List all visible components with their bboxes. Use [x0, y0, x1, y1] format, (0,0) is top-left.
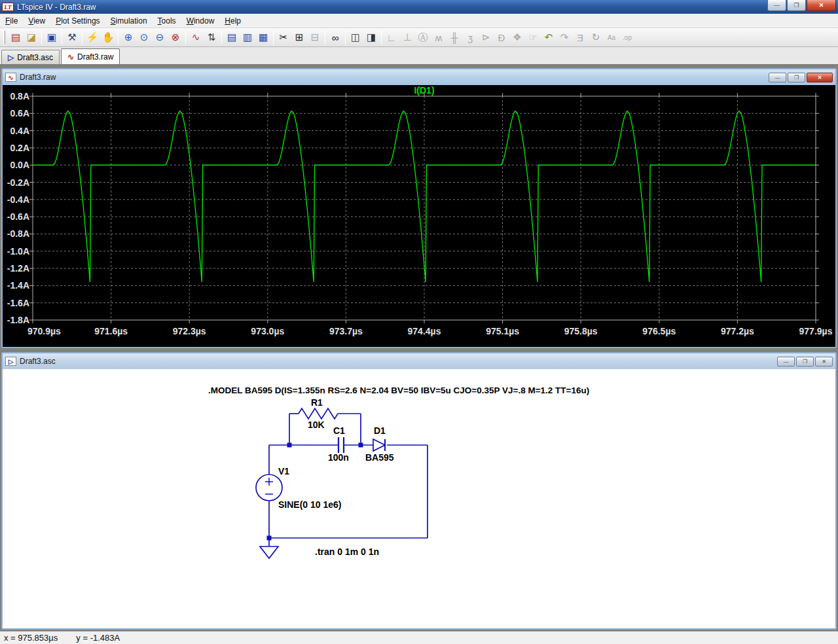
- diode-D1[interactable]: [373, 439, 385, 451]
- text-icon: Aa: [604, 30, 619, 45]
- menu-plot-settings[interactable]: Plot Settings: [50, 14, 105, 27]
- wire-junction[interactable]: [359, 443, 363, 448]
- zoom-back-icon[interactable]: ⊙: [136, 30, 152, 45]
- new-schematic-icon[interactable]: ▤: [8, 30, 24, 45]
- open-icon[interactable]: ◪: [24, 30, 39, 45]
- waveform-plot[interactable]: 0.8A0.6A0.4A0.2A0.0A-0.2A-0.4A-0.6A-0.8A…: [3, 85, 835, 347]
- autorange-y-axis-icon[interactable]: ⇅: [204, 30, 219, 45]
- arrange-windows-icon[interactable]: ▦: [255, 30, 271, 45]
- toolbar-separator: [41, 31, 42, 45]
- schematic-window: ▷ Draft3.asc — ❐ ✕ .MODEL BA595 D(IS=1.3…: [1, 352, 837, 630]
- wire-junction[interactable]: [287, 443, 292, 448]
- menu-bar: FileViewPlot SettingsSimulationToolsWind…: [0, 14, 838, 28]
- component-ref-D1: D1: [374, 425, 386, 436]
- redo-icon: ↷: [556, 30, 572, 45]
- tile-windows-icon[interactable]: ▤: [224, 30, 240, 45]
- copy-icon[interactable]: ⊞: [291, 30, 307, 45]
- waveform-window: ∿ Draft3.raw — ❐ ✕ 0.8A0.6A0.4A0.2A0.0A-…: [1, 68, 837, 348]
- cut-icon[interactable]: ✂: [276, 30, 291, 45]
- component-ref-V1: V1: [278, 466, 289, 476]
- menu-tools[interactable]: Tools: [153, 14, 181, 27]
- waveform-close-button[interactable]: ✕: [807, 73, 833, 82]
- component-value-V1: SINE(0 10 1e6): [278, 499, 342, 510]
- plot-settings-icon[interactable]: ∿: [188, 30, 204, 45]
- y-axis-tick-label: 0.0A: [10, 160, 29, 170]
- component-ref-C1: C1: [333, 425, 345, 436]
- print-icon[interactable]: ◨: [363, 30, 379, 45]
- schematic-canvas[interactable]: .MODEL BA595 D(IS=1.355n RS=2.6 N=2.04 B…: [3, 369, 835, 628]
- y-axis-tick-label: -0.4A: [7, 194, 29, 205]
- main-titlebar[interactable]: LT LTspice IV - Draft3.raw — ❐ ✕: [0, 0, 838, 14]
- schematic-window-title: Draft3.asc: [20, 357, 776, 366]
- model-directive-text: .MODEL BA595 D(IS=1.355n RS=2.6 N=2.04 B…: [208, 385, 589, 395]
- toolbar-grip: [3, 31, 5, 44]
- wire-junction[interactable]: [267, 536, 272, 541]
- toolbar-separator: [62, 31, 62, 45]
- x-axis-tick-label: 970.9µs: [27, 326, 61, 336]
- component-value-D1: BA595: [365, 452, 394, 463]
- y-axis-tick-label: -0.6A: [7, 211, 29, 222]
- waveform-file-icon: ∿: [67, 52, 74, 62]
- waveform-minimize-button[interactable]: —: [769, 73, 786, 82]
- resistor-icon: ʍ: [431, 30, 446, 45]
- tab-draft3-asc[interactable]: ▷Draft3.asc: [1, 50, 60, 64]
- trace-label[interactable]: I(D1): [414, 85, 434, 96]
- x-axis-tick-label: 975.1µs: [486, 326, 519, 336]
- component-value-R1: 10K: [308, 420, 325, 430]
- component-icon: Ð: [494, 30, 509, 45]
- toolbar-separator: [325, 31, 325, 45]
- menu-file[interactable]: File: [0, 14, 23, 27]
- resistor-R1[interactable]: [299, 408, 338, 419]
- y-axis-tick-label: -1.6A: [7, 298, 29, 308]
- menu-window[interactable]: Window: [181, 14, 220, 27]
- waveform-restore-button[interactable]: ❐: [788, 73, 805, 82]
- y-axis-tick-label: -0.2A: [7, 177, 29, 188]
- x-axis-tick-label: 977.2µs: [721, 326, 754, 336]
- x-axis-tick-label: 971.6µs: [94, 326, 128, 336]
- find-icon[interactable]: ∞: [327, 30, 343, 45]
- zoom-full-extents-icon[interactable]: ⊗: [168, 30, 183, 45]
- save-icon[interactable]: ▣: [44, 30, 60, 45]
- tab-draft3-raw[interactable]: ∿Draft3.raw: [61, 48, 120, 64]
- restore-button[interactable]: ❐: [787, 0, 806, 11]
- zoom-in-icon[interactable]: ⊕: [120, 30, 136, 45]
- y-axis-tick-label: 0.2A: [10, 143, 29, 153]
- toolbar-separator: [82, 31, 82, 45]
- ground-icon: ⊥: [399, 30, 415, 45]
- halt-icon: ✋: [100, 30, 116, 45]
- print-preview-icon[interactable]: ◫: [348, 30, 363, 45]
- x-axis-tick-label: 977.9µs: [799, 326, 833, 336]
- menu-view[interactable]: View: [23, 14, 50, 27]
- y-axis-tick-label: -0.8A: [7, 228, 29, 239]
- zoom-out-icon[interactable]: ⊖: [152, 30, 168, 45]
- menu-simulation[interactable]: Simulation: [105, 14, 153, 27]
- diode-icon: ⊳: [478, 30, 494, 45]
- waveform-window-titlebar[interactable]: ∿ Draft3.raw — ❐ ✕: [3, 69, 835, 85]
- schematic-minimize-button[interactable]: —: [777, 357, 795, 367]
- net-label-icon: Ⓐ: [415, 30, 431, 45]
- wire-icon: ∟: [384, 30, 399, 45]
- schematic-close-button[interactable]: ✕: [815, 357, 833, 367]
- toolbar: ▤◪▣⚒⚡✋⊕⊙⊖⊗∿⇅▤▥▦✂⊞⊟∞◫◨∟⊥Ⓐʍ╫ʒ⊳Ð❖☞↶↷Ǝ↻Aa.op: [0, 28, 838, 47]
- y-axis-tick-label: -1.2A: [7, 263, 29, 274]
- minimize-button[interactable]: —: [767, 0, 786, 11]
- toolbar-separator: [118, 31, 118, 45]
- menu-help[interactable]: Help: [219, 14, 246, 27]
- x-axis-tick-label: 973.7µs: [329, 326, 363, 336]
- y-axis-tick-label: 0.6A: [10, 108, 29, 118]
- control-panel-icon[interactable]: ⚒: [64, 30, 80, 45]
- ground-symbol[interactable]: [260, 546, 278, 558]
- schematic-restore-button[interactable]: ❐: [796, 357, 814, 367]
- spice-directive-icon: .op: [619, 30, 635, 45]
- undo-icon[interactable]: ↶: [541, 30, 556, 45]
- tran-directive-text: .tran 0 1m 0 1n: [315, 546, 379, 557]
- schematic-file-icon: ▷: [5, 357, 16, 366]
- cascade-windows-icon[interactable]: ▥: [240, 30, 255, 45]
- schematic-window-titlebar[interactable]: ▷ Draft3.asc — ❐ ✕: [3, 353, 835, 369]
- waveform-window-title: Draft3.raw: [20, 73, 767, 82]
- status-bar: x = 975.853µs y = -1.483A: [0, 631, 838, 644]
- close-button[interactable]: ✕: [807, 0, 836, 11]
- component-value-C1: 100n: [328, 452, 349, 463]
- run-icon[interactable]: ⚡: [84, 30, 100, 45]
- move-icon: ❖: [509, 30, 525, 45]
